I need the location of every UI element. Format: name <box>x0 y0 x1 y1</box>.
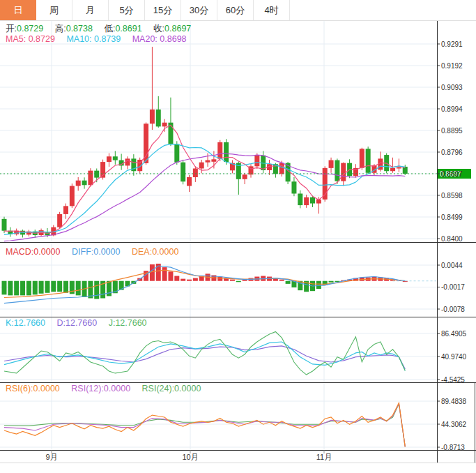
rsi24-readout: RSI(24):0.0000 <box>142 384 201 393</box>
close-label: 收: <box>153 24 164 33</box>
stock-chart-app: 日周月5分15分30分60分4时 0.86970.92910.91920.909… <box>0 0 476 473</box>
timeframe-tab-5[interactable]: 15分 <box>145 0 181 20</box>
rsi12-readout: RSI(12):0.0000 <box>71 384 130 393</box>
chart-canvas[interactable]: 0.86970.92910.91920.90930.89940.88950.87… <box>0 0 476 473</box>
y-axis-tick-label: 0.9093 <box>441 84 463 91</box>
dea-readout: DEA:0.0000 <box>132 247 178 257</box>
rsi12-line <box>4 403 405 446</box>
open-label: 开: <box>6 24 17 33</box>
open-readout: 开:0.8729 <box>6 24 43 33</box>
y-axis-tick-label: -0.0017 <box>441 283 465 291</box>
timeframe-tab-4[interactable]: 5分 <box>109 0 145 20</box>
y-axis-tick-label: 0.0044 <box>441 262 463 269</box>
diff-readout: DIFF:0.0000 <box>72 247 120 257</box>
rsi6-line <box>4 403 405 447</box>
y-axis-tick-label: 0.8400 <box>441 235 463 243</box>
y-axis-tick-label: -0.8713 <box>441 444 465 451</box>
y-axis-tick-label: -4.5425 <box>441 376 465 384</box>
macd-legend: MACD:0.0000 DIFF:0.0000 DEA:0.0000 <box>6 247 187 257</box>
x-axis-month-label: 10月 <box>182 453 198 461</box>
high-value: 0.8738 <box>66 24 93 33</box>
timeframe-tab-6[interactable]: 30分 <box>181 0 217 20</box>
k-readout: K:12.7660 <box>6 318 45 328</box>
ohlc-legend: 开:0.8729 高:0.8738 低:0.8691 收:0.8697 <box>6 23 200 35</box>
y-axis-tick-label: 0.9192 <box>441 62 463 70</box>
y-axis-tick-label: 40.9740 <box>441 353 467 361</box>
macd-series <box>2 264 437 303</box>
ma10-line <box>4 144 405 235</box>
timeframe-tab-8[interactable]: 4时 <box>254 0 290 20</box>
y-axis-tick-label: -0.0078 <box>441 306 465 313</box>
j-line <box>4 332 405 375</box>
j-readout: J:12.7660 <box>109 318 147 328</box>
y-axis-tick-label: 0.8994 <box>441 105 463 113</box>
rsi24-line <box>4 404 405 446</box>
timeframe-tabs: 日周月5分15分30分60分4时 <box>0 0 476 21</box>
y-axis-tick-label: 0.8697 <box>441 170 463 178</box>
timeframe-tab-1[interactable]: 日 <box>0 0 36 20</box>
y-axis-tick-label: 89.4838 <box>441 398 467 405</box>
close-readout: 收:0.8697 <box>153 24 191 33</box>
x-axis-month-label: 11月 <box>316 453 332 461</box>
d-readout: D:12.7660 <box>56 318 97 328</box>
timeframe-tab-3[interactable]: 月 <box>72 0 109 20</box>
rsi-legend: RSI(6):0.0000 RSI(12):0.0000 RSI(24):0.0… <box>6 384 210 393</box>
y-axis-labels: 0.92910.91920.90930.89940.88950.87960.86… <box>437 40 467 451</box>
low-value: 0.8691 <box>115 24 141 33</box>
y-axis-tick-label: 0.9291 <box>441 40 463 48</box>
ma5-readout: MA5: 0.8729 <box>6 34 55 44</box>
high-readout: 高:0.8738 <box>55 24 93 33</box>
y-axis-tick-label: 0.8598 <box>441 192 463 200</box>
ma-legend: MA5: 0.8729 MA10: 0.8739 MA20: 0.8698 <box>6 34 196 44</box>
y-axis-tick-label: 86.4905 <box>441 330 467 338</box>
macd-readout: MACD:0.0000 <box>6 247 61 257</box>
y-axis-tick-label: 0.8796 <box>441 149 463 156</box>
rsi6-readout: RSI(6):0.0000 <box>6 384 60 393</box>
low-label: 低: <box>104 24 115 33</box>
y-axis-tick-label: 0.8895 <box>441 127 463 135</box>
kdj-series <box>4 332 405 375</box>
d-line <box>4 346 405 369</box>
ma-lines <box>4 126 405 241</box>
x-axis-labels: 9月10月11月 <box>45 451 332 462</box>
candlestick-series <box>2 47 408 238</box>
timeframe-tab-2[interactable]: 周 <box>36 0 72 20</box>
timeframe-tab-7[interactable]: 60分 <box>217 0 254 20</box>
low-readout: 低:0.8691 <box>104 24 141 33</box>
rsi-series <box>4 403 405 447</box>
open-value: 0.8729 <box>17 24 43 33</box>
x-axis-month-label: 9月 <box>45 453 57 461</box>
kdj-legend: K:12.7660 D:12.7660 J:12.7660 <box>6 318 156 328</box>
ma10-readout: MA10: 0.8739 <box>66 34 121 44</box>
high-label: 高: <box>55 24 66 33</box>
ma20-readout: MA20: 0.8698 <box>132 34 187 44</box>
close-value: 0.8697 <box>164 24 191 33</box>
y-axis-tick-label: 0.8499 <box>441 213 463 221</box>
y-axis-tick-label: 44.3062 <box>441 421 467 428</box>
